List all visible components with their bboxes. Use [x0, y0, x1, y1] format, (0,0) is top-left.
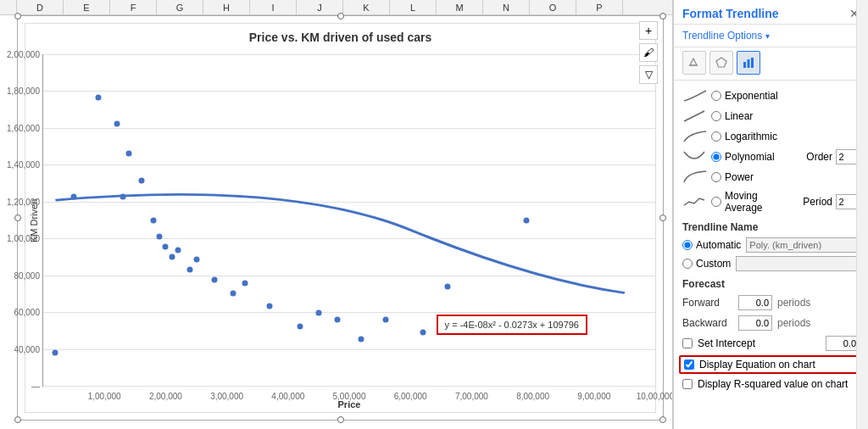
gridline-8: 40,000	[43, 349, 655, 350]
period-label: Period	[803, 196, 832, 208]
handle-tc[interactable]	[337, 13, 344, 20]
y-tick-160000: 1,60,000	[7, 123, 43, 132]
power-label[interactable]: Power	[711, 171, 860, 183]
period-group: Period	[803, 194, 860, 209]
automatic-name-label[interactable]: Automatic	[682, 239, 741, 251]
handle-tl[interactable]	[14, 13, 21, 20]
scrollbar[interactable]	[856, 0, 868, 429]
moving-average-label[interactable]: MovingAverage	[711, 190, 798, 214]
set-intercept-label: Set Intercept	[698, 337, 755, 349]
handle-mr[interactable]	[659, 214, 666, 221]
forward-input[interactable]	[738, 295, 772, 310]
col-header-d: D	[17, 0, 64, 14]
gridline-7: 60,000	[43, 312, 655, 313]
handle-ml[interactable]	[14, 214, 21, 221]
y-tick-120000: 1,20,000	[7, 197, 43, 206]
bar-chart-icon-btn[interactable]	[737, 51, 760, 75]
scatter-point	[267, 304, 273, 309]
svg-rect-1	[743, 62, 746, 68]
scatter-point	[157, 234, 163, 240]
moving-average-text: MovingAverage	[725, 190, 762, 214]
panel-icon-bar	[674, 47, 868, 81]
custom-name-radio[interactable]	[682, 259, 693, 269]
set-intercept-checkbox[interactable]	[682, 338, 693, 348]
custom-name-label[interactable]: Custom	[682, 258, 731, 270]
handle-br[interactable]	[659, 416, 666, 423]
col-header-e: E	[64, 0, 110, 14]
linear-label[interactable]: Linear	[711, 110, 860, 122]
gridline-4: 1,20,000	[43, 202, 655, 203]
power-radio[interactable]	[711, 172, 721, 182]
logarithmic-label[interactable]: Logarithmic	[711, 131, 860, 142]
backward-unit: periods	[777, 317, 810, 329]
paint-bucket-icon-btn[interactable]	[682, 51, 706, 75]
scatter-point	[230, 290, 236, 296]
handle-bc[interactable]	[337, 416, 344, 423]
gridline-5: 1,00,000	[43, 238, 655, 239]
moving-average-radio[interactable]	[711, 197, 721, 207]
pentagon-icon-btn[interactable]	[709, 51, 733, 75]
polynomial-label[interactable]: Polynomial	[711, 151, 801, 163]
order-label: Order	[806, 151, 832, 163]
handle-bl[interactable]	[14, 416, 21, 423]
display-equation-checkbox[interactable]	[684, 359, 694, 370]
power-trend-icon	[682, 170, 706, 185]
chart-wrapper[interactable]: + 🖌 ▽ Price vs. KM driven of used cars K…	[17, 15, 664, 421]
display-rsquared-checkbox[interactable]	[682, 379, 693, 389]
display-rsquared-row: Display R-squared value on chart	[674, 376, 868, 393]
chart-inner: Price vs. KM driven of used cars KM Driv…	[25, 23, 656, 413]
order-group: Order	[806, 149, 860, 164]
scatter-point	[71, 194, 77, 200]
scatter-point	[187, 267, 193, 273]
scatter-point	[315, 309, 321, 315]
col-header-j: J	[297, 0, 343, 14]
exponential-trend-icon	[682, 88, 706, 103]
panel-tabs: Trendline Options ▾	[674, 25, 868, 47]
backward-input[interactable]	[738, 315, 772, 331]
intercept-value-input[interactable]	[826, 336, 860, 351]
linear-text: Linear	[725, 110, 753, 122]
paint-brush-icon[interactable]: 🖌	[639, 43, 658, 62]
chart-plot-area: 2,00,000 1,80,000 1,60,000 1,40,000 1,20…	[42, 54, 655, 387]
polynomial-radio[interactable]	[711, 152, 721, 162]
automatic-name-radio[interactable]	[682, 240, 693, 250]
trendline-options-tab[interactable]: Trendline Options	[682, 30, 762, 42]
forecast-forward-row: Forward periods	[674, 292, 868, 313]
format-trendline-panel: Format Trendline ✕ Trendline Options ▾	[673, 0, 868, 429]
scatter-point	[524, 217, 530, 223]
logarithmic-radio[interactable]	[711, 131, 721, 142]
trendline-option-logarithmic: Logarithmic	[674, 126, 868, 147]
scatter-point	[175, 247, 181, 253]
trendline-option-exponential: Exponential	[674, 86, 868, 106]
custom-name-input[interactable]	[736, 256, 860, 271]
exponential-text: Exponential	[725, 90, 778, 102]
scatter-point	[169, 254, 175, 259]
scatter-point	[95, 94, 101, 100]
y-axis-label: KM Driven	[25, 54, 42, 387]
filter-icon[interactable]: ▽	[639, 65, 658, 84]
scatter-point	[298, 323, 303, 329]
col-header-i: I	[250, 0, 297, 14]
chart-body: KM Driven 2,00,000 1,80,000 1,60,000 1,4…	[25, 54, 655, 387]
polynomial-trend-icon	[682, 149, 706, 164]
exponential-radio[interactable]	[711, 91, 721, 101]
y-tick-0: —	[31, 382, 43, 391]
svg-marker-0	[716, 58, 726, 67]
linear-radio[interactable]	[711, 111, 721, 121]
forward-label: Forward	[682, 297, 733, 309]
equation-box: y = -4E-08x² - 0.0273x + 109796	[437, 315, 587, 335]
scatter-point	[444, 283, 450, 289]
backward-label: Backward	[682, 317, 733, 329]
row-header-spacer	[0, 0, 17, 14]
auto-name-input[interactable]	[746, 237, 868, 253]
scatter-point	[334, 316, 340, 322]
col-header-l: L	[390, 0, 437, 14]
display-equation-row: Display Equation on chart	[679, 355, 863, 374]
y-tick-180000: 1,80,000	[7, 86, 43, 96]
handle-tr[interactable]	[659, 13, 666, 20]
gridline-0: 2,00,000	[43, 54, 655, 55]
exponential-label[interactable]: Exponential	[711, 90, 860, 102]
y-tick-100000: 1,00,000	[7, 234, 43, 243]
add-chart-button[interactable]: +	[639, 21, 658, 40]
y-tick-60000: 60,000	[14, 308, 43, 317]
